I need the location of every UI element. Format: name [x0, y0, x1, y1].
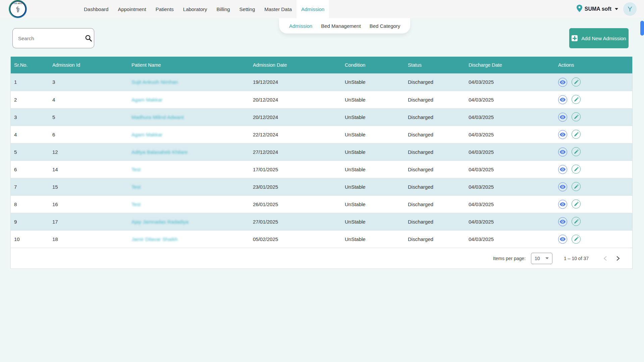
- view-button[interactable]: [558, 200, 567, 209]
- cell-actions: [555, 195, 632, 213]
- column-header-actions: Actions: [555, 57, 632, 73]
- view-button[interactable]: [558, 113, 567, 122]
- table-body: 13Sujit Ankush Nimhan19/12/2024UnStableD…: [11, 73, 632, 248]
- admissions-table: Sr.No.Admission IdPatient NameAdmission …: [11, 57, 632, 248]
- table-row: 512Aditya Balasaheb Khilare27/12/2024UnS…: [11, 143, 632, 161]
- cell-admission-date: 20/12/2024: [250, 108, 341, 126]
- edit-button[interactable]: [572, 182, 581, 191]
- subnav-item-bed-management[interactable]: Bed Management: [321, 23, 361, 29]
- nav-item-setting[interactable]: Setting: [235, 0, 260, 18]
- table-row: 614Test17/01/2025UnStableDischarged04/03…: [11, 161, 632, 178]
- patient-name-link[interactable]: Agam Makkar: [131, 132, 163, 137]
- view-button[interactable]: [558, 217, 567, 226]
- search-icon: [85, 35, 92, 42]
- edit-button[interactable]: [572, 77, 581, 86]
- cell-actions: [555, 230, 632, 248]
- view-button[interactable]: [558, 165, 567, 174]
- cell-admission-id: 12: [49, 143, 128, 161]
- cell-actions: [555, 161, 632, 178]
- edit-button[interactable]: [572, 95, 581, 104]
- edit-button[interactable]: [572, 112, 581, 121]
- edit-button[interactable]: [572, 130, 581, 139]
- cell-admission-date: 20/12/2024: [250, 91, 341, 108]
- cell-admission-id: 5: [49, 108, 128, 126]
- location-pin-icon: [577, 5, 582, 13]
- patient-name-link[interactable]: Ajay Jamnadas Radadiya: [131, 219, 189, 225]
- patient-name-link[interactable]: Madhura Milind Adwant: [131, 114, 184, 120]
- cell-sr-no: 10: [11, 230, 49, 248]
- previous-page-button[interactable]: [600, 253, 610, 263]
- add-new-admission-button[interactable]: Add New Admission: [569, 28, 629, 48]
- patient-name-link[interactable]: Aditya Balasaheb Khilare: [131, 149, 188, 155]
- nav-item-admission[interactable]: Admission: [297, 0, 329, 18]
- pencil-icon: [574, 132, 579, 137]
- nav-item-dashboard[interactable]: Dashboard: [79, 0, 113, 18]
- pencil-icon: [574, 167, 579, 172]
- cell-status: Discharged: [405, 73, 465, 91]
- cell-status: Discharged: [405, 126, 465, 143]
- select-caret-icon: [545, 257, 549, 259]
- avatar[interactable]: Y: [623, 2, 637, 16]
- view-button[interactable]: [558, 182, 567, 191]
- view-button[interactable]: [558, 78, 567, 87]
- pencil-icon: [574, 237, 579, 241]
- view-button[interactable]: [558, 130, 567, 139]
- edit-button[interactable]: [572, 165, 581, 174]
- nav-item-patients[interactable]: Patients: [151, 0, 178, 18]
- cell-patient-name: Agam Makkar: [128, 91, 250, 108]
- scrollbar-thumb[interactable]: [640, 21, 644, 36]
- table-row: 715Test23/01/2025UnStableDischarged04/03…: [11, 178, 632, 195]
- column-header-patient-name: Patient Name: [128, 57, 250, 73]
- cell-discharge-date: 04/03/2025: [465, 143, 555, 161]
- nav-item-appointment[interactable]: Appointment: [113, 0, 151, 18]
- cell-actions: [555, 126, 632, 143]
- cell-admission-date: 27/01/2025: [250, 213, 341, 230]
- eye-icon: [560, 202, 566, 206]
- table-row: 1018Jamir Dilavar Shaikh05/02/2025UnStab…: [11, 230, 632, 248]
- view-button[interactable]: [558, 95, 567, 104]
- subnav-item-admission[interactable]: Admission: [289, 23, 312, 29]
- cell-sr-no: 1: [11, 73, 49, 91]
- cell-admission-id: 6: [49, 126, 128, 143]
- page-range-label: 1 – 10 of 37: [564, 256, 589, 261]
- cell-sr-no: 8: [11, 195, 49, 213]
- cell-actions: [555, 178, 632, 195]
- view-button[interactable]: [558, 235, 567, 244]
- patient-name-link[interactable]: Test: [131, 184, 141, 190]
- chevron-left-icon: [603, 256, 607, 261]
- edit-button[interactable]: [572, 235, 581, 244]
- patient-name-link[interactable]: Test: [131, 167, 141, 172]
- cell-condition: UnStable: [341, 178, 405, 195]
- view-button[interactable]: [558, 147, 567, 157]
- nav-item-laboratory[interactable]: Laboratory: [178, 0, 212, 18]
- location-selector[interactable]: SUMA soft: [577, 5, 618, 13]
- cell-sr-no: 3: [11, 108, 49, 126]
- patient-name-link[interactable]: Test: [131, 201, 141, 207]
- next-page-button[interactable]: [613, 253, 623, 263]
- patient-name-link[interactable]: Sujit Ankush Nimhan: [131, 79, 178, 85]
- edit-button[interactable]: [572, 147, 581, 156]
- cell-admission-date: 23/01/2025: [250, 178, 341, 195]
- cell-status: Discharged: [405, 161, 465, 178]
- patient-name-link[interactable]: Agam Makkar: [131, 97, 163, 103]
- cell-patient-name: Jamir Dilavar Shaikh: [128, 230, 250, 248]
- add-button-label: Add New Admission: [581, 36, 626, 41]
- eye-icon: [560, 220, 566, 224]
- logo-text: EKYOS HEALTH: [10, 2, 25, 4]
- nav-item-billing[interactable]: Billing: [212, 0, 235, 18]
- cell-status: Discharged: [405, 91, 465, 108]
- cell-condition: UnStable: [341, 108, 405, 126]
- subnav-item-bed-category[interactable]: Bed Category: [370, 23, 400, 29]
- items-per-page-select[interactable]: 10: [531, 253, 552, 264]
- eye-icon: [560, 98, 566, 102]
- nav-item-master-data[interactable]: Master Data: [260, 0, 297, 18]
- column-header-condition: Condition: [341, 57, 405, 73]
- patient-name-link[interactable]: Jamir Dilavar Shaikh: [131, 236, 178, 242]
- cell-admission-date: 27/12/2024: [250, 143, 341, 161]
- pencil-icon: [574, 115, 579, 119]
- cell-admission-date: 17/01/2025: [250, 161, 341, 178]
- search-input[interactable]: [18, 36, 85, 41]
- edit-button[interactable]: [572, 217, 581, 226]
- edit-button[interactable]: [572, 199, 581, 208]
- paginator: Items per page: 10 1 – 10 of 37: [11, 248, 632, 268]
